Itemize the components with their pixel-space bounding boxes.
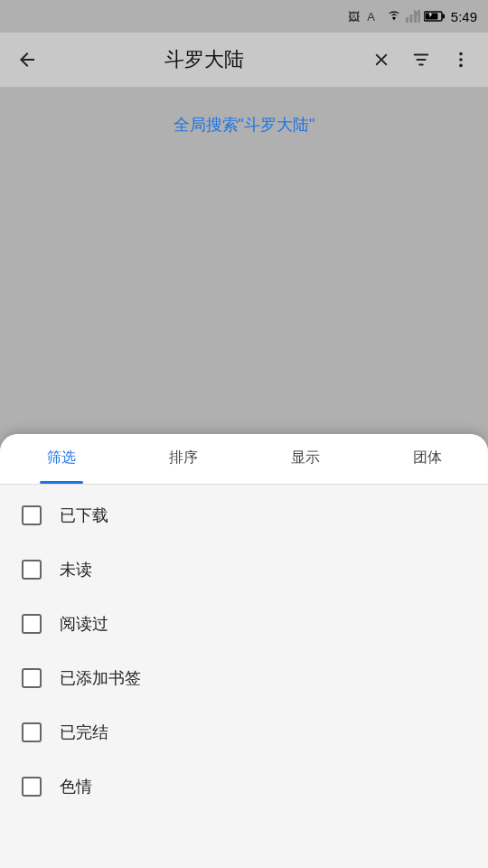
- signal-icon: [406, 10, 420, 23]
- more-icon: [451, 50, 471, 70]
- checkbox-read[interactable]: [22, 614, 42, 634]
- tab-sort-label: 排序: [169, 448, 198, 467]
- checkbox-completed[interactable]: [22, 722, 42, 742]
- checkbox-downloaded[interactable]: [22, 505, 42, 525]
- checkbox-unread[interactable]: [22, 560, 42, 580]
- tab-display[interactable]: 显示: [244, 434, 366, 484]
- top-bar: 斗罗大陆: [0, 33, 488, 87]
- page-title: 斗罗大陆: [54, 46, 354, 73]
- svg-point-10: [459, 52, 463, 56]
- tab-filter[interactable]: 筛选: [0, 434, 122, 484]
- filter-label-completed: 已完结: [60, 722, 108, 743]
- svg-point-12: [459, 64, 463, 68]
- status-bar: 🖼 A 5:49: [0, 0, 488, 33]
- filter-list: 已下载 未读 阅读过 已添加书签 已完结 色情: [0, 485, 488, 868]
- battery-icon: [424, 10, 446, 23]
- filter-label-adult: 色情: [60, 776, 92, 797]
- text-icon: A: [367, 10, 375, 24]
- status-time: 5:49: [451, 9, 477, 24]
- filter-icon: [411, 50, 431, 70]
- filter-item-completed[interactable]: 已完结: [0, 705, 488, 760]
- close-button[interactable]: [361, 40, 401, 80]
- svg-rect-0: [406, 17, 408, 23]
- back-icon: [16, 49, 38, 71]
- filter-item-adult[interactable]: 色情: [0, 760, 488, 814]
- tab-sort[interactable]: 排序: [122, 434, 244, 484]
- tab-group-label: 团体: [413, 448, 442, 467]
- svg-point-11: [459, 58, 463, 61]
- bottom-panel: 筛选 排序 显示 团体 已下载 未读 阅读过 已添加书签: [0, 434, 488, 868]
- filter-button[interactable]: [401, 40, 441, 80]
- svg-rect-1: [409, 14, 412, 23]
- svg-rect-7: [442, 14, 445, 19]
- filter-label-downloaded: 已下载: [60, 505, 108, 526]
- filter-item-unread[interactable]: 未读: [0, 542, 488, 597]
- tab-filter-label: 筛选: [47, 448, 76, 467]
- checkbox-bookmarked[interactable]: [22, 668, 42, 688]
- checkbox-adult[interactable]: [22, 777, 42, 797]
- back-button[interactable]: [7, 40, 47, 80]
- filter-item-bookmarked[interactable]: 已添加书签: [0, 651, 488, 705]
- tab-group[interactable]: 团体: [366, 434, 488, 484]
- signal-icons: [386, 10, 446, 23]
- filter-label-bookmarked: 已添加书签: [60, 667, 141, 689]
- tab-active-indicator: [40, 481, 83, 484]
- top-bar-actions: [361, 40, 481, 80]
- more-button[interactable]: [441, 40, 481, 80]
- filter-tabs: 筛选 排序 显示 团体: [0, 434, 488, 485]
- main-content: 全局搜索"斗罗大陆": [0, 87, 488, 434]
- filter-label-unread: 未读: [60, 559, 92, 580]
- close-icon: [371, 50, 391, 70]
- filter-item-downloaded[interactable]: 已下载: [0, 488, 488, 542]
- filter-item-read[interactable]: 阅读过: [0, 597, 488, 651]
- global-search-link[interactable]: 全局搜索"斗罗大陆": [174, 114, 315, 136]
- gallery-icon: 🖼: [348, 10, 360, 24]
- wifi-icon: [386, 10, 402, 23]
- filter-label-read: 阅读过: [60, 613, 108, 635]
- tab-display-label: 显示: [291, 448, 320, 467]
